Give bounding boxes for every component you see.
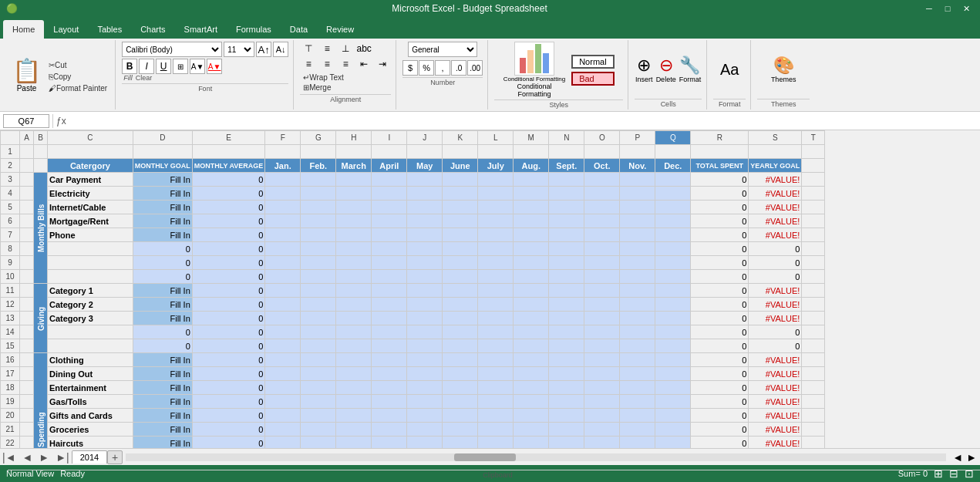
bad-style[interactable]: Bad [571, 72, 614, 86]
scroll-left-button[interactable]: ◄ [952, 451, 963, 463]
header-monthly-avg[interactable]: MONTHLY AVERAGE [192, 159, 265, 173]
tab-prev-button[interactable]: ◄ [20, 451, 35, 463]
number-format-select[interactable]: General [408, 42, 477, 57]
tab-data[interactable]: Data [281, 20, 317, 39]
normal-style[interactable]: Normal [571, 55, 614, 69]
font-name-select[interactable]: Calibri (Body) [122, 42, 222, 57]
conditional-formatting-button[interactable]: ConditionalFormatting [517, 83, 551, 98]
paste-button[interactable]: 📋 Paste [8, 54, 45, 96]
align-left-button[interactable]: ≡ [300, 57, 317, 71]
align-center-button[interactable]: ≡ [318, 57, 335, 71]
tab-home[interactable]: Home [3, 20, 44, 39]
header-sept[interactable]: Sept. [549, 159, 584, 173]
wrap-text-button[interactable]: ↵ Wrap Text [300, 72, 347, 83]
row-header-2: 2 [1, 159, 20, 173]
format-painter-button[interactable]: 🖌 Format Painter [45, 83, 110, 93]
tab-first-button[interactable]: |◄ [0, 451, 19, 463]
text-direction-button[interactable]: abc [355, 42, 372, 56]
header-dec[interactable]: Dec. [655, 159, 691, 173]
table-row: 15 0 0 [1, 339, 825, 353]
tab-layout[interactable]: Layout [44, 20, 88, 39]
underline-button[interactable]: U [156, 59, 171, 74]
header-feb[interactable]: Feb. [301, 159, 336, 173]
comma-button[interactable]: , [435, 60, 450, 76]
tab-navigation: |◄ ◄ ► ►| [0, 451, 72, 463]
col-header-H: H [336, 131, 372, 145]
header-april[interactable]: April [372, 159, 407, 173]
header-june[interactable]: June [443, 159, 478, 173]
tab-smartart[interactable]: SmartArt [175, 20, 227, 39]
close-button[interactable]: ✕ [958, 2, 974, 15]
tab-last-button[interactable]: ►| [53, 451, 72, 463]
cell-car-total[interactable]: 0 [691, 173, 749, 187]
horizontal-scrollbar[interactable] [126, 453, 946, 461]
sheet-tab-2014[interactable]: 2014 [72, 450, 107, 463]
percent-button[interactable]: % [419, 60, 434, 76]
tab-review[interactable]: Review [317, 20, 363, 39]
cut-button[interactable]: ✂ Cut [45, 60, 110, 70]
col-header-D: D [133, 131, 192, 145]
cell-car-goal[interactable]: Fill In [133, 173, 192, 187]
conditional-formatting-label: Conditional Formatting [503, 76, 565, 83]
align-bottom-button[interactable]: ⊥ [337, 42, 354, 56]
fill-color-button[interactable]: A▼ [190, 59, 205, 74]
increase-font-button[interactable]: A↑ [256, 42, 271, 57]
cell-car-payment[interactable]: Car Payment [48, 173, 133, 187]
tab-next-button[interactable]: ► [36, 451, 52, 463]
bottom-bar: |◄ ◄ ► ►| 2014 + ◄ ► [0, 448, 980, 465]
italic-button[interactable]: I [139, 59, 154, 74]
merge-button[interactable]: ⊞ Merge [300, 83, 334, 93]
tab-formulas[interactable]: Formulas [227, 20, 281, 39]
cell-car-yearly[interactable]: #VALUE! [749, 173, 802, 187]
header-nov[interactable]: Nov. [620, 159, 655, 173]
header-july[interactable]: July [478, 159, 514, 173]
add-sheet-button[interactable]: + [107, 450, 123, 464]
increase-decimal-button[interactable]: .00 [467, 60, 483, 76]
maximize-button[interactable]: □ [940, 2, 955, 15]
currency-button[interactable]: $ [402, 60, 418, 76]
cell-car-avg[interactable]: 0 [192, 173, 265, 187]
align-right-button[interactable]: ≡ [337, 57, 354, 71]
decrease-font-button[interactable]: A↓ [273, 42, 288, 57]
cell-reference-box[interactable] [3, 114, 49, 128]
delete-button[interactable]: ⊖ Delete [656, 56, 676, 83]
tab-tables[interactable]: Tables [88, 20, 131, 39]
styles-label: Styles [494, 99, 623, 109]
table-row: 18 Entertainment Fill In 0 [1, 381, 825, 395]
minimize-button[interactable]: ─ [921, 2, 937, 15]
grid: A B C D E F G H I J K L M N O [0, 130, 825, 448]
font-color-button[interactable]: A▼ [207, 59, 222, 74]
themes-button[interactable]: 🎨 Themes [771, 42, 796, 97]
border-button[interactable]: ⊞ [173, 59, 188, 74]
header-category[interactable]: Catergory [48, 159, 133, 173]
scroll-right-button[interactable]: ► [966, 451, 977, 463]
insert-button[interactable]: ⊕ Insert [635, 56, 653, 83]
font-size-select[interactable]: 11 [224, 42, 254, 57]
tab-charts[interactable]: Charts [131, 20, 174, 39]
format-button[interactable]: 🔧 Format [679, 56, 702, 83]
header-total-spent[interactable]: TOTAL SPENT [691, 159, 749, 173]
header-yearly-goal[interactable]: YEARLY GOAL [749, 159, 802, 173]
scrollbar-thumb[interactable] [454, 453, 516, 461]
formula-input[interactable] [69, 116, 977, 126]
header-oct[interactable]: Oct. [584, 159, 620, 173]
clear-label: Clear [134, 74, 153, 82]
header-may[interactable]: May [407, 159, 443, 173]
fx-icon: ƒx [56, 116, 66, 126]
clipboard-right: ✂ Cut ⎘ Copy 🖌 Format Painter [45, 57, 110, 93]
col-header-B: B [34, 131, 48, 145]
indent-increase-button[interactable]: ⇥ [374, 57, 391, 71]
align-middle-button[interactable]: ≡ [318, 42, 335, 56]
header-monthly-goal[interactable]: MONTHLY GOAL [133, 159, 192, 173]
align-top-button[interactable]: ⊤ [300, 42, 317, 56]
sheet-area[interactable]: A B C D E F G H I J K L M N O [0, 130, 980, 448]
bold-button[interactable]: B [122, 59, 137, 74]
decrease-decimal-button[interactable]: .0 [451, 60, 466, 76]
header-aug[interactable]: Aug. [514, 159, 549, 173]
header-march[interactable]: March [336, 159, 372, 173]
header-jan[interactable]: Jan. [265, 159, 301, 173]
formula-divider [52, 114, 53, 128]
copy-button[interactable]: ⎘ Copy [45, 72, 110, 82]
indent-decrease-button[interactable]: ⇤ [355, 57, 372, 71]
col-header-R: R [691, 131, 749, 145]
